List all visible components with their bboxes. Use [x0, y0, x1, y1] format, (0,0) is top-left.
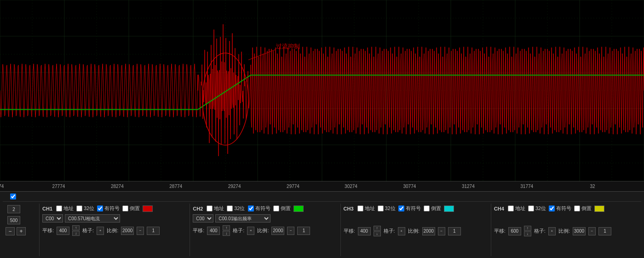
pingyi-down-ch4[interactable]: ↓: [524, 231, 531, 236]
ch-select2-ch2[interactable]: C00.01输出频率: [215, 214, 270, 223]
signed-label: 有符号: [549, 205, 571, 212]
bili-label: 比例:: [408, 228, 420, 235]
oscilloscope-container: 2742777428274287742927429774302743077431…: [0, 0, 644, 258]
addr-checkbox-ch4[interactable]: [508, 205, 514, 211]
ch-label-ch1: CH1: [42, 206, 53, 211]
addr-text: 地址: [214, 205, 224, 212]
custom-checkbox[interactable]: [10, 194, 16, 199]
ch-checkboxes-ch4: 地址 32位 有符号 倒置: [508, 205, 604, 212]
zoom-plus-button[interactable]: +: [17, 227, 26, 235]
pingyi-input-ch3[interactable]: [358, 227, 371, 235]
pingyi-label: 平移:: [494, 228, 506, 235]
ch-select1-ch2[interactable]: C00: [193, 214, 213, 223]
pingyi-input-ch1[interactable]: [57, 227, 69, 235]
gezi-plus-ch1[interactable]: +: [97, 227, 104, 235]
x-axis-bar: 2742777428274287742927429774302743077431…: [0, 181, 644, 191]
grid-y-input[interactable]: [7, 216, 20, 224]
gezi-minus-ch2[interactable]: −: [287, 227, 294, 235]
signed-label: 有符号: [398, 205, 421, 212]
top-controls-row: [3, 194, 641, 202]
pingyi-spin-ch4: ↑ ↓: [524, 226, 531, 236]
channels-container: CH1 地址 32位 有符号 倒置: [40, 204, 641, 256]
gezi-label: 格子:: [82, 227, 94, 234]
bili-input-ch1[interactable]: [147, 227, 160, 235]
addr-checkbox-ch2[interactable]: [207, 205, 213, 211]
ch-header-ch1: CH1 地址 32位 有符号 倒置: [42, 205, 187, 212]
pingyi-label: 平移:: [42, 227, 54, 234]
bili-input-ch3[interactable]: [448, 227, 461, 235]
pingyi-down-ch2[interactable]: ↓: [223, 231, 230, 236]
pingyi-down-ch1[interactable]: ↓: [72, 231, 80, 236]
gezi-input-ch4[interactable]: [573, 227, 586, 235]
ch-header-ch4: CH4 地址 32位 有符号 倒置: [494, 205, 638, 212]
color-box-ch4: [594, 205, 604, 212]
color-box-ch2: [293, 205, 304, 212]
addr-label: 地址: [508, 205, 525, 212]
x-tick-3: 28774: [169, 184, 182, 189]
bili-label: 比例:: [107, 227, 118, 234]
zoom-minus-plus-row: − +: [6, 227, 36, 235]
bit32-label: 32位: [76, 205, 94, 212]
bit32-checkbox-ch3[interactable]: [378, 205, 384, 211]
gezi-input-ch1[interactable]: [121, 227, 134, 235]
pingyi-up-ch2[interactable]: ↑: [223, 225, 230, 230]
signed-checkbox-ch4[interactable]: [549, 205, 555, 211]
ch-select2-ch1[interactable]: C00.57U相电流: [65, 214, 120, 223]
gezi-plus-ch4[interactable]: +: [548, 227, 556, 235]
bili-input-ch2[interactable]: [297, 227, 310, 235]
signed-checkbox-ch2[interactable]: [248, 205, 254, 211]
signed-checkbox-ch3[interactable]: [398, 205, 404, 211]
gezi-input-ch2[interactable]: [271, 227, 284, 235]
sample-input[interactable]: [7, 205, 20, 213]
custom-checkbox-group: [10, 194, 19, 199]
pingyi-spin-ch1: ↑ ↓: [72, 225, 80, 236]
inverted-label: 倒置: [122, 205, 140, 212]
gezi-plus-ch3[interactable]: +: [398, 227, 405, 235]
pingyi-input-ch2[interactable]: [207, 227, 220, 235]
channel-col-ch1: CH1 地址 32位 有符号 倒置: [40, 204, 190, 256]
bit32-label: 32位: [378, 205, 396, 212]
x-tick-5: 29774: [287, 184, 299, 189]
controls-area: − + CH1 地址 32位 有符号: [0, 191, 644, 258]
addr-checkbox-ch1[interactable]: [56, 205, 62, 211]
bit32-checkbox-ch1[interactable]: [76, 205, 82, 211]
left-controls: − +: [3, 204, 40, 256]
inverted-checkbox-ch3[interactable]: [424, 205, 430, 211]
channel-col-ch4: CH4 地址 32位 有符号 倒置: [491, 204, 641, 256]
bit32-checkbox-ch2[interactable]: [227, 205, 233, 211]
x-tick-7: 30774: [403, 184, 416, 189]
gezi-plus-ch2[interactable]: +: [247, 227, 254, 235]
inverted-label: 倒置: [424, 205, 441, 212]
x-tick-1: 27774: [52, 184, 65, 189]
signed-text: 有符号: [556, 205, 571, 212]
inverted-checkbox-ch2[interactable]: [273, 205, 279, 211]
inverted-text: 倒置: [431, 205, 441, 212]
x-tick-0: 274: [0, 184, 4, 189]
gezi-minus-ch4[interactable]: −: [588, 227, 596, 235]
pingyi-up-ch1[interactable]: ↑: [72, 225, 80, 230]
gezi-label: 格子:: [534, 228, 546, 235]
ch-select1-ch1[interactable]: C00: [42, 214, 63, 223]
gezi-minus-ch1[interactable]: −: [137, 227, 144, 235]
ch-checkboxes-ch2: 地址 32位 有符号 倒置: [207, 205, 303, 212]
pingyi-up-ch4[interactable]: ↑: [524, 226, 531, 231]
addr-checkbox-ch3[interactable]: [357, 205, 363, 211]
pingyi-up-ch3[interactable]: ↑: [374, 226, 381, 231]
inverted-checkbox-ch1[interactable]: [122, 205, 128, 211]
grid-y-row: [6, 216, 36, 224]
bit32-text: 32位: [535, 205, 546, 212]
inverted-checkbox-ch4[interactable]: [574, 205, 580, 211]
signed-label: 有符号: [248, 205, 270, 212]
inverted-text: 倒置: [281, 205, 291, 212]
pingyi-down-ch3[interactable]: ↓: [374, 231, 381, 236]
signed-checkbox-ch1[interactable]: [97, 205, 103, 211]
zoom-minus-button[interactable]: −: [6, 227, 15, 235]
gezi-minus-ch3[interactable]: −: [438, 227, 445, 235]
pingyi-input-ch4[interactable]: [508, 227, 521, 235]
gezi-input-ch3[interactable]: [422, 227, 435, 235]
bit32-text: 32位: [84, 205, 94, 212]
bili-input-ch4[interactable]: [598, 227, 611, 235]
sample-row: [6, 205, 36, 213]
x-tick-6: 30274: [345, 184, 357, 189]
bit32-checkbox-ch4[interactable]: [528, 205, 534, 211]
